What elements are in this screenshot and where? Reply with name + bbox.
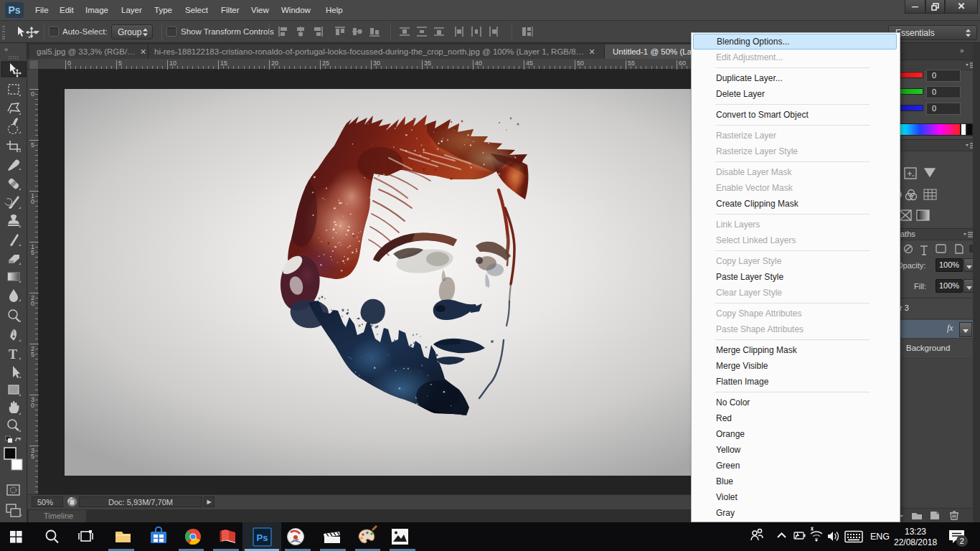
- svg-text:Ps: Ps: [257, 532, 268, 543]
- svg-text:2: 2: [960, 537, 964, 545]
- svg-text:»: »: [4, 46, 8, 53]
- svg-text:T: T: [9, 347, 17, 362]
